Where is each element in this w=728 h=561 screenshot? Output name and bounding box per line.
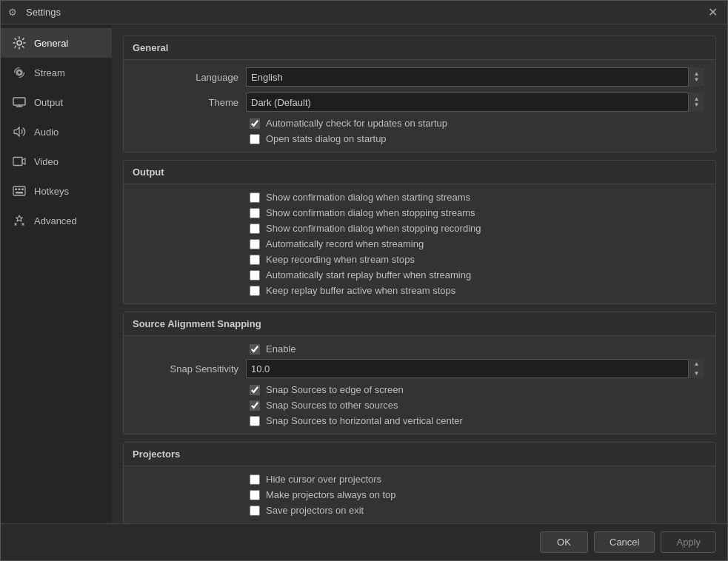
snap-center-row: Snap Sources to horizontal and vertical …	[135, 415, 704, 426]
general-section-body: Language English ▲ ▼	[124, 60, 715, 152]
language-row: Language English ▲ ▼	[135, 67, 704, 87]
hide-cursor-checkbox[interactable]	[250, 474, 260, 485]
snapping-section-body: Enable Snap Sensitivity ▲ ▼	[124, 336, 715, 434]
svg-rect-4	[13, 187, 25, 195]
snap-edge-checkbox[interactable]	[250, 385, 260, 395]
settings-window: ⚙ Settings ✕ General	[0, 0, 728, 561]
save-projectors-label: Save projectors on exit	[266, 505, 364, 516]
confirm-stop-recording-row: Show confirmation dialog when stopping r…	[135, 223, 704, 234]
snap-sensitivity-row: Snap Sensitivity ▲ ▼	[135, 359, 704, 378]
auto-replay-row: Automatically start replay buffer when s…	[135, 269, 704, 280]
snapping-enable-checkbox[interactable]	[250, 344, 260, 355]
general-section-header: General	[124, 36, 715, 60]
projectors-section-header: Projectors	[124, 443, 715, 466]
confirm-start-row: Show confirmation dialog when starting s…	[135, 192, 704, 203]
titlebar-title: Settings	[26, 7, 61, 18]
snap-sensitivity-spinbox: ▲ ▼	[246, 359, 704, 378]
snap-edge-label: Snap Sources to edge of screen	[266, 384, 404, 395]
output-section-body: Show confirmation dialog when starting s…	[124, 184, 715, 303]
auto-record-label: Automatically record when streaming	[266, 238, 424, 249]
sidebar-label-stream: Stream	[34, 67, 65, 78]
sidebar-item-advanced[interactable]: Advanced	[1, 206, 112, 235]
confirm-stop-stream-label: Show confirmation dialog when stopping s…	[266, 207, 475, 218]
theme-select[interactable]: Dark (Default)	[246, 93, 704, 112]
save-projectors-row: Save projectors on exit	[135, 505, 704, 516]
svg-rect-5	[15, 189, 17, 191]
snap-sensitivity-down[interactable]: ▼	[689, 369, 704, 378]
snap-sources-row: Snap Sources to other sources	[135, 400, 704, 411]
confirm-start-label: Show confirmation dialog when starting s…	[266, 192, 470, 203]
video-icon	[12, 154, 27, 169]
sidebar-item-video[interactable]: Video	[1, 147, 112, 176]
save-projectors-checkbox[interactable]	[250, 505, 260, 516]
main-content: General Language English ▲ ▼	[112, 24, 727, 523]
hotkeys-icon	[12, 184, 27, 198]
auto-check-updates-row: Automatically check for updates on start…	[135, 118, 704, 129]
snapping-section-header: Source Alignment Snapping	[124, 312, 715, 336]
svg-rect-3	[13, 158, 22, 166]
sidebar-label-general: General	[34, 38, 68, 49]
snapping-enable-row: Enable	[135, 343, 704, 355]
keep-replay-row: Keep replay buffer active when stream st…	[135, 285, 704, 296]
theme-label: Theme	[135, 97, 238, 108]
keep-recording-checkbox[interactable]	[250, 255, 260, 265]
output-section-header: Output	[124, 161, 715, 184]
ok-button[interactable]: OK	[540, 531, 588, 553]
hide-cursor-row: Hide cursor over projectors	[135, 474, 704, 485]
sidebar-item-audio[interactable]: Audio	[1, 117, 112, 147]
sidebar-label-hotkeys: Hotkeys	[34, 186, 69, 197]
confirm-stop-stream-checkbox[interactable]	[250, 208, 260, 218]
confirm-stop-recording-label: Show confirmation dialog when stopping r…	[266, 223, 481, 234]
content-area: General Stream	[1, 24, 727, 523]
audio-icon	[12, 124, 27, 139]
sidebar-label-advanced: Advanced	[34, 215, 77, 226]
footer: OK Cancel Apply	[1, 523, 727, 560]
sidebar-item-general[interactable]: General	[1, 28, 112, 58]
settings-icon: ⚙	[8, 7, 20, 19]
auto-record-row: Automatically record when streaming	[135, 238, 704, 249]
keep-replay-checkbox[interactable]	[250, 286, 260, 296]
projectors-section: Projectors Hide cursor over projectors M…	[123, 442, 716, 523]
theme-select-wrapper: Dark (Default) ▲ ▼	[246, 93, 704, 112]
svg-rect-6	[19, 189, 21, 191]
cancel-button[interactable]: Cancel	[594, 531, 655, 553]
svg-rect-8	[16, 192, 23, 194]
language-select-wrapper: English ▲ ▼	[246, 67, 704, 87]
confirm-start-checkbox[interactable]	[250, 192, 260, 203]
snapping-section: Source Alignment Snapping Enable Snap Se…	[123, 312, 716, 434]
language-select[interactable]: English	[246, 67, 704, 87]
svg-point-0	[17, 41, 21, 45]
always-on-top-row: Make projectors always on top	[135, 489, 704, 500]
auto-check-updates-checkbox[interactable]	[250, 118, 260, 129]
sidebar-item-hotkeys[interactable]: Hotkeys	[1, 176, 112, 206]
apply-button[interactable]: Apply	[661, 531, 716, 553]
always-on-top-checkbox[interactable]	[250, 490, 260, 500]
auto-replay-checkbox[interactable]	[250, 270, 260, 280]
sidebar-label-audio: Audio	[34, 127, 59, 138]
advanced-icon	[12, 213, 27, 228]
close-button[interactable]: ✕	[705, 5, 720, 20]
output-icon	[12, 95, 27, 110]
auto-record-checkbox[interactable]	[250, 239, 260, 249]
snap-sources-label: Snap Sources to other sources	[266, 400, 398, 411]
open-stats-checkbox[interactable]	[250, 134, 260, 144]
language-label: Language	[135, 72, 238, 83]
general-section: General Language English ▲ ▼	[123, 36, 716, 152]
sidebar-item-stream[interactable]: Stream	[1, 58, 112, 87]
snap-sensitivity-up[interactable]: ▲	[689, 359, 704, 369]
confirm-stop-recording-checkbox[interactable]	[250, 224, 260, 234]
snap-sensitivity-arrows: ▲ ▼	[688, 359, 704, 378]
keep-recording-row: Keep recording when stream stops	[135, 254, 704, 265]
confirm-stop-stream-row: Show confirmation dialog when stopping s…	[135, 207, 704, 218]
snap-sensitivity-input[interactable]	[246, 359, 704, 378]
svg-rect-7	[21, 189, 24, 191]
snapping-enable-label: Enable	[266, 343, 295, 355]
snap-sources-checkbox[interactable]	[250, 400, 260, 411]
snap-center-checkbox[interactable]	[250, 416, 260, 426]
general-icon	[12, 36, 27, 50]
keep-recording-label: Keep recording when stream stops	[266, 254, 415, 265]
stream-icon	[12, 65, 27, 80]
titlebar-left: ⚙ Settings	[8, 7, 61, 19]
keep-replay-label: Keep replay buffer active when stream st…	[266, 285, 455, 296]
sidebar-item-output[interactable]: Output	[1, 87, 112, 117]
